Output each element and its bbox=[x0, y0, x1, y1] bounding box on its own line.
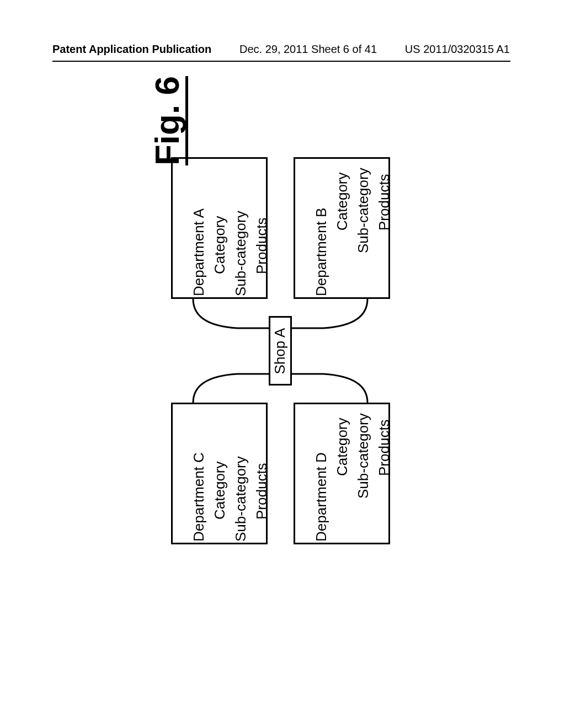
header-publication: Patent Application Publication bbox=[52, 43, 211, 56]
dept-c-subcategory: Sub-category bbox=[233, 456, 248, 542]
dept-a-category: Category bbox=[212, 216, 227, 275]
dept-a-title: Department A bbox=[191, 208, 206, 296]
dept-a-subcategory: Sub-category bbox=[233, 211, 248, 296]
dept-b-category: Category bbox=[335, 173, 349, 231]
page-header: Patent Application Publication Dec. 29, … bbox=[0, 43, 565, 56]
dept-c-category: Category bbox=[212, 462, 227, 520]
dept-c-title: Department C bbox=[191, 452, 206, 542]
header-rule bbox=[52, 61, 510, 62]
shop-box: Shop A bbox=[269, 316, 292, 386]
dept-d-products: Products bbox=[377, 419, 391, 476]
dept-d-title: Department D bbox=[314, 452, 328, 542]
figure-label: Fig. 6 bbox=[150, 76, 188, 165]
dept-a-products: Products bbox=[254, 217, 269, 274]
department-d-box: Department D Category Sub-category Produ… bbox=[294, 403, 390, 544]
dept-b-products: Products bbox=[377, 174, 391, 231]
department-c-box: Department C Category Sub-category Produ… bbox=[171, 403, 268, 544]
header-pub-number: US 2011/0320315 A1 bbox=[405, 43, 510, 56]
dept-d-category: Category bbox=[335, 418, 349, 477]
header-date-sheet: Dec. 29, 2011 Sheet 6 of 41 bbox=[239, 43, 377, 56]
department-b-box: Department B Category Sub-category Produ… bbox=[294, 157, 390, 299]
dept-d-subcategory: Sub-category bbox=[356, 413, 370, 499]
dept-b-subcategory: Sub-category bbox=[356, 168, 370, 253]
dept-c-products: Products bbox=[254, 463, 269, 520]
dept-b-title: Department B bbox=[314, 208, 328, 296]
department-a-box: Department A Category Sub-category Produ… bbox=[171, 157, 268, 299]
shop-label: Shop A bbox=[272, 328, 289, 374]
